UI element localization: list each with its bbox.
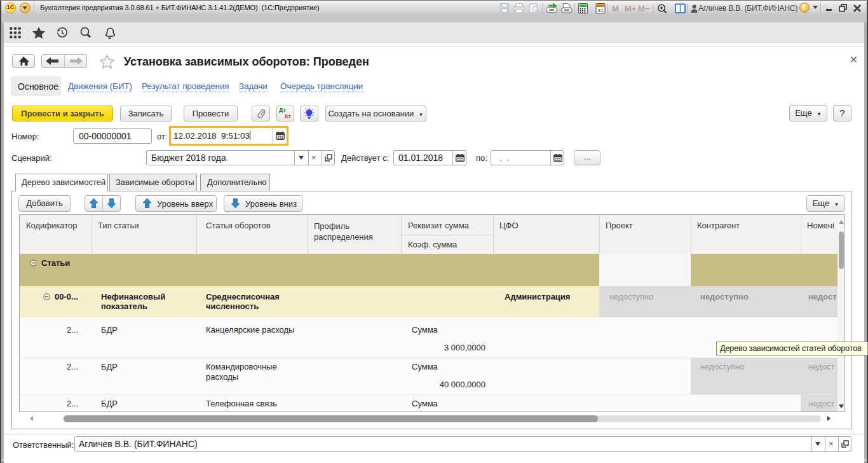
- svg-text:M+: M+: [625, 4, 637, 13]
- svg-text:31: 31: [598, 8, 604, 13]
- svg-text:M−: M−: [638, 4, 650, 13]
- svg-text:M: M: [612, 4, 619, 13]
